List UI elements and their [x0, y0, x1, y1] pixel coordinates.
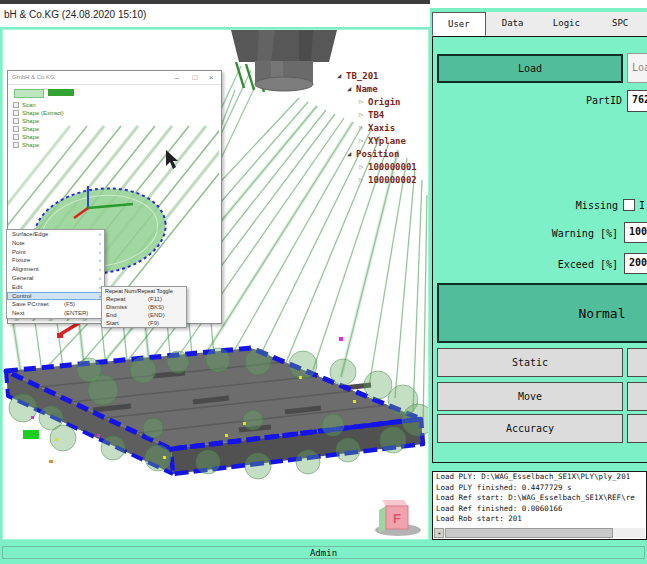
tree-node[interactable]: ◢Name — [347, 83, 432, 96]
menu-item[interactable]: General — [7, 274, 104, 283]
move-button[interactable]: Move — [437, 382, 623, 411]
scrollbar-thumb[interactable] — [445, 528, 613, 538]
submenu-item[interactable]: End(END) — [102, 311, 186, 319]
log-line: Load Ref finished: 0.0060166 — [433, 504, 646, 515]
menu-shortcut: (ENTER) — [64, 309, 88, 318]
window-top-edge — [0, 0, 430, 4]
collapse-icon[interactable]: ▷ — [359, 96, 368, 109]
collapse-icon[interactable]: ▷ — [359, 161, 368, 174]
tab-data[interactable]: Data — [486, 12, 540, 35]
tree-node[interactable]: ▷100000002 — [359, 174, 432, 187]
menu-shortcut: (F9) — [148, 319, 159, 327]
view-orientation-cube[interactable]: F — [375, 500, 421, 536]
menu-item[interactable]: Alignment — [7, 265, 104, 274]
accuracy-aux-button[interactable] — [627, 414, 647, 443]
collapse-icon[interactable]: ▷ — [359, 135, 368, 148]
logged-in-user: Admin — [310, 548, 337, 558]
menu-item[interactable]: Fixture — [7, 256, 104, 265]
inner-window-titlebar[interactable]: GmbH & Co.KG – □ × — [8, 71, 221, 85]
static-button[interactable]: Static — [437, 348, 623, 377]
menu-item[interactable]: Point — [7, 248, 104, 257]
submenu-item[interactable]: Dismiss(BKS) — [102, 303, 186, 311]
load-button[interactable]: Load — [437, 54, 623, 83]
part-id-input[interactable]: 762 — [627, 90, 647, 112]
collapse-icon[interactable]: ▷ — [359, 109, 368, 122]
collapse-icon[interactable]: ▷ — [359, 174, 368, 187]
exceed-input[interactable]: 200 — [624, 253, 647, 274]
part-id-label: PartID — [500, 95, 622, 106]
scroll-left-icon[interactable] — [434, 528, 444, 538]
move-aux-button[interactable] — [627, 382, 647, 411]
submenu-header: Repeat Num/Repeat Toggle — [102, 287, 186, 295]
log-console[interactable]: Load PLY: D:\WAG_Esselbach_SE1X\PLY\ply_… — [432, 471, 647, 540]
missing-checkbox-label: I — [639, 200, 645, 211]
expand-icon[interactable]: ◢ — [337, 70, 346, 83]
3d-viewport[interactable]: F ◢TB_201 ◢Name ▷Origin ▷TB4 ▷Xaxis ▷XYp… — [2, 29, 429, 540]
status-badge — [48, 89, 74, 96]
warning-input[interactable]: 100 — [624, 222, 647, 243]
log-line: Load Rob start: 201 — [433, 514, 646, 525]
maximize-icon[interactable]: □ — [187, 72, 203, 83]
tab-user[interactable]: User — [432, 12, 486, 36]
menu-item[interactable]: Note — [7, 239, 104, 248]
sensor-head — [229, 30, 339, 94]
context-menu[interactable]: Surface/Edge Note Point Fixture Alignmen… — [6, 229, 105, 319]
view-cube-face-label: F — [393, 511, 401, 526]
tree-node[interactable]: ▷TB4 — [359, 109, 432, 122]
status-badge — [14, 89, 44, 98]
inner-window-title: GmbH & Co.KG — [12, 74, 55, 80]
log-line: Load PLY finished: 0.4477729 s — [433, 483, 646, 494]
menu-item[interactable]: Surface/Edge — [7, 230, 104, 239]
submenu-item[interactable]: Repeat(F11) — [102, 295, 186, 303]
menu-item-control-highlighted[interactable]: Control — [7, 292, 104, 301]
expand-icon[interactable]: ◢ — [347, 148, 356, 161]
log-horizontal-scrollbar[interactable] — [434, 528, 645, 538]
app-window: bH & Co.KG (24.08.2020 15:10) — [0, 0, 647, 564]
tree-node[interactable]: ◢TB_201 — [337, 70, 432, 83]
feature-tree[interactable]: ◢TB_201 ◢Name ▷Origin ▷TB4 ▷Xaxis ▷XYpla… — [337, 70, 432, 187]
log-line: Load Ref start: D:\WAG_Esselbach_SE1X\RE… — [433, 493, 646, 504]
tab-spc[interactable]: SPC — [593, 12, 647, 35]
tree-node[interactable]: ▷Origin — [359, 96, 432, 109]
menu-item[interactable]: Edit — [7, 283, 104, 292]
menu-shortcut: (BKS) — [148, 303, 164, 311]
tab-logic[interactable]: Logic — [540, 12, 594, 35]
warning-label: Warning [%] — [470, 228, 618, 239]
menu-shortcut: (END) — [148, 311, 165, 319]
panel-tabs[interactable]: User Data Logic SPC — [432, 12, 647, 37]
exceed-label: Exceed [%] — [470, 259, 618, 270]
menu-item[interactable]: Next(ENTER) — [7, 309, 104, 318]
collapse-icon[interactable]: ▷ — [359, 122, 368, 135]
cursor-icon — [166, 150, 178, 169]
tree-node[interactable]: ▷100000001 — [359, 161, 432, 174]
tree-node[interactable]: ▷XYplane — [359, 135, 432, 148]
missing-label: Missing — [500, 200, 618, 211]
missing-checkbox[interactable] — [623, 199, 635, 211]
status-bar: Admin — [2, 546, 645, 559]
menu-item[interactable]: Save PCmset(F5) — [7, 300, 104, 309]
submenu-item[interactable]: Start(F9) — [102, 319, 186, 327]
minimize-icon[interactable]: – — [169, 72, 185, 83]
context-submenu[interactable]: Repeat Num/Repeat Toggle Repeat(F11) Dis… — [101, 286, 187, 328]
accuracy-button[interactable]: Accuracy — [437, 414, 623, 443]
static-aux-button[interactable] — [627, 348, 647, 377]
tree-node[interactable]: ▷Xaxis — [359, 122, 432, 135]
load-aux-button[interactable]: Loa — [627, 53, 647, 83]
layer-checkbox[interactable] — [13, 102, 19, 108]
state-normal-button[interactable]: Normal — [437, 283, 647, 343]
window-title: bH & Co.KG (24.08.2020 15:10) — [4, 9, 146, 20]
menu-shortcut: (F5) — [64, 300, 75, 309]
layer-item[interactable]: Scan — [13, 101, 64, 109]
close-icon[interactable]: × — [203, 72, 219, 83]
expand-icon[interactable]: ◢ — [347, 83, 356, 96]
log-line: Load PLY: D:\WAG_Esselbach_SE1X\PLY\ply_… — [433, 472, 646, 483]
menu-shortcut: (F11) — [148, 295, 162, 303]
tree-node[interactable]: ◢Position — [347, 148, 432, 161]
